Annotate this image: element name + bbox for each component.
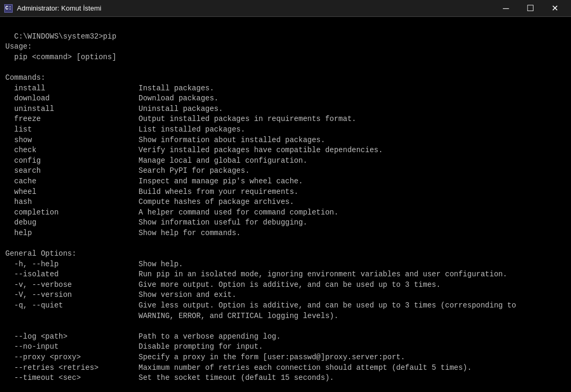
app-icon-text: C: [5, 5, 12, 11]
app-icon: C: [4, 4, 13, 13]
window-controls: ─ ☐ ✕ [494, 0, 567, 17]
terminal-prompt: C:\WINDOWS\system32>pip [14, 32, 116, 41]
title-bar-left: C: Administrator: Komut İstemi [4, 4, 102, 13]
window-title: Administrator: Komut İstemi [17, 4, 102, 12]
title-bar: C: Administrator: Komut İstemi ─ ☐ ✕ [0, 0, 571, 17]
terminal-body: C:\WINDOWS\system32>pip Usage: pip <comm… [0, 17, 571, 392]
maximize-button[interactable]: ☐ [518, 0, 542, 17]
minimize-button[interactable]: ─ [494, 0, 518, 17]
close-button[interactable]: ✕ [542, 0, 567, 17]
terminal-content: Usage: pip <command> [options] Commands:… [5, 42, 516, 382]
